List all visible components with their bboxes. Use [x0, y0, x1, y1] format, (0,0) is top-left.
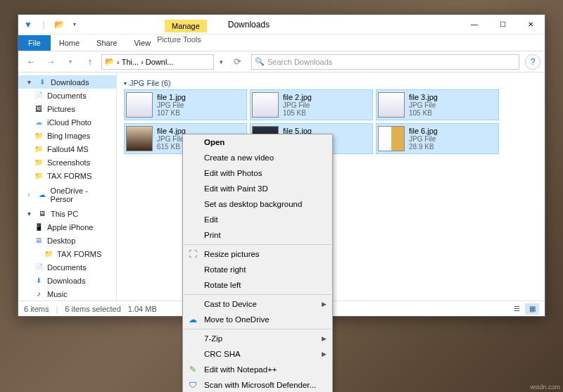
ctx-rotate-right[interactable]: Rotate right: [183, 262, 332, 277]
chevron-right-icon: ›: [24, 190, 34, 200]
file-name: file 3.jpg: [409, 93, 438, 101]
file-size: 105 KB: [409, 109, 438, 117]
refresh-button[interactable]: ⟳: [229, 53, 246, 70]
ctx-edit-paint3d[interactable]: Edit with Paint 3D: [183, 181, 332, 196]
ribbon-tab-view[interactable]: View: [125, 39, 159, 47]
notepadpp-icon: ✎: [187, 364, 198, 375]
submenu-arrow-icon: ▶: [322, 335, 327, 342]
forward-button[interactable]: →: [42, 53, 59, 70]
file-item[interactable]: file 6.jpg JPG File 28.9 KB: [376, 123, 499, 154]
sidebar-item-label: Documents: [47, 263, 87, 272]
divider: |: [56, 305, 58, 313]
ribbon-tab-home[interactable]: Home: [51, 39, 88, 47]
file-name: file 6.jpg: [409, 127, 438, 135]
ctx-open[interactable]: Open: [183, 134, 332, 150]
sidebar-item[interactable]: 📁Fallout4 MS: [18, 142, 116, 156]
ctx-set-background[interactable]: Set as desktop background: [183, 196, 332, 212]
ctx-crc-sha[interactable]: CRC SHA▶: [183, 346, 332, 362]
minimize-button[interactable]: —: [460, 15, 488, 34]
address-bar-row: ← → ▾ ↑ 📂 › Thi... › Downl... ▾ ⟳ 🔍 Sear…: [18, 51, 545, 72]
sidebar-item[interactable]: 🖥Desktop: [18, 234, 116, 247]
sidebar-item[interactable]: 📄Documents: [18, 89, 116, 102]
file-meta: file 1.jpg JPG File 107 KB: [157, 93, 186, 117]
ctx-rotate-left[interactable]: Rotate left: [183, 277, 332, 293]
ctx-move-to-onedrive[interactable]: ☁Move to OneDrive: [183, 312, 332, 327]
ctx-edit-notepadpp[interactable]: ✎Edit with Notepad++: [183, 362, 332, 377]
chevron-down-icon: ▾: [124, 80, 127, 87]
desktop-icon: 🖥: [34, 236, 44, 246]
folder-icon[interactable]: 📂: [53, 19, 65, 30]
breadcrumb-part[interactable]: ›: [117, 58, 120, 66]
ctx-cast-to-device[interactable]: Cast to Device▶: [183, 296, 332, 312]
search-placeholder: Search Downloads: [267, 58, 332, 66]
ctx-resize-pictures[interactable]: ⛶Resize pictures: [183, 246, 332, 262]
sidebar-item[interactable]: 📄Documents: [18, 260, 116, 274]
file-item[interactable]: file 2.jpg JPG File 105 KB: [250, 89, 373, 120]
address-dropdown-icon[interactable]: ▾: [217, 58, 226, 65]
ctx-print[interactable]: Print: [183, 227, 332, 243]
sidebar-item-label: Music: [47, 290, 68, 298]
separator: [184, 329, 331, 329]
tiles-view-button[interactable]: ▦: [525, 303, 539, 315]
sidebar-item-label: OneDrive - Persor: [51, 186, 112, 203]
navigation-pane[interactable]: ▾⬇Downloads 📄Documents 🖼Pictures ☁iCloud…: [18, 72, 117, 301]
down-arrow-icon[interactable]: ▼: [23, 19, 34, 30]
file-name: file 1.jpg: [157, 93, 186, 101]
file-item[interactable]: file 1.jpg JPG File 107 KB: [124, 89, 247, 120]
group-header[interactable]: ▾ JPG File (6): [124, 77, 538, 89]
sidebar-item-downloads[interactable]: ▾⬇Downloads: [18, 75, 116, 89]
search-input[interactable]: 🔍 Search Downloads: [251, 54, 519, 70]
recent-locations-icon[interactable]: ▾: [62, 53, 79, 70]
file-size: 105 KB: [283, 109, 312, 117]
sidebar-item[interactable]: 📁TAX FORMS: [18, 169, 116, 182]
sidebar-item[interactable]: 📁Screenshots: [18, 156, 116, 169]
submenu-arrow-icon: ▶: [322, 301, 327, 308]
sidebar-item[interactable]: ⬇Downloads: [18, 274, 116, 287]
ribbon-tab-share[interactable]: Share: [88, 39, 125, 47]
qat-overflow-icon[interactable]: ▾: [69, 19, 80, 30]
pc-icon: 🖥: [37, 209, 47, 219]
file-thumbnail: [378, 126, 405, 151]
shield-icon: 🛡: [187, 379, 198, 391]
file-menu[interactable]: File: [18, 35, 51, 51]
sidebar-item[interactable]: 📁TAX FORMS: [18, 247, 116, 260]
sidebar-item-label: Bing Images: [47, 132, 90, 140]
sidebar-item[interactable]: 📱Apple iPhone: [18, 220, 116, 234]
sidebar-item-label: This PC: [51, 210, 78, 218]
up-button[interactable]: ↑: [82, 53, 99, 70]
status-size: 1.04 MB: [128, 305, 157, 313]
file-type: JPG File: [157, 135, 186, 143]
context-menu: Open Create a new video Edit with Photos…: [182, 134, 333, 392]
ctx-scan-defender[interactable]: 🛡Scan with Microsoft Defender...: [183, 377, 332, 392]
ribbon-tabs: File Home Share View Picture Tools: [18, 34, 545, 51]
breadcrumb-part[interactable]: Thi...: [122, 58, 139, 66]
breadcrumb-part[interactable]: Downl...: [146, 58, 174, 66]
file-type: JPG File: [409, 101, 438, 109]
folder-icon: 📁: [44, 249, 53, 259]
ctx-edit-photos[interactable]: Edit with Photos: [183, 165, 332, 181]
maximize-button[interactable]: ☐: [488, 15, 517, 34]
help-button[interactable]: ?: [525, 54, 540, 70]
ctx-7zip[interactable]: 7-Zip▶: [183, 331, 332, 346]
sidebar-item[interactable]: 🖼Pictures: [18, 102, 116, 115]
watermark: wsidn.com: [530, 384, 560, 391]
ctx-create-video[interactable]: Create a new video: [183, 150, 332, 165]
sidebar-item[interactable]: ☁iCloud Photo: [18, 115, 116, 129]
sidebar-item-thispc[interactable]: ▾🖥This PC: [18, 207, 116, 220]
ctx-edit[interactable]: Edit: [183, 212, 332, 227]
details-view-button[interactable]: ☰: [510, 303, 524, 315]
sidebar-item-label: TAX FORMS: [57, 250, 101, 258]
address-bar[interactable]: 📂 › Thi... › Downl...: [101, 54, 214, 70]
manage-tab-header[interactable]: Manage: [165, 20, 207, 32]
sidebar-item-label: Documents: [47, 91, 87, 100]
sidebar-item[interactable]: ♪Music: [18, 287, 116, 301]
pictures-icon: 🖼: [34, 104, 44, 114]
close-button[interactable]: ✕: [517, 15, 545, 34]
back-button[interactable]: ←: [23, 53, 39, 70]
sidebar-item-onedrive[interactable]: ›☁OneDrive - Persor: [18, 188, 116, 201]
sidebar-item[interactable]: 📁Bing Images: [18, 129, 116, 142]
search-icon: 🔍: [255, 57, 265, 66]
picture-tools-label[interactable]: Picture Tools: [157, 35, 201, 44]
file-item[interactable]: file 3.jpg JPG File 105 KB: [376, 89, 499, 120]
file-size: 615 KB: [157, 143, 186, 151]
